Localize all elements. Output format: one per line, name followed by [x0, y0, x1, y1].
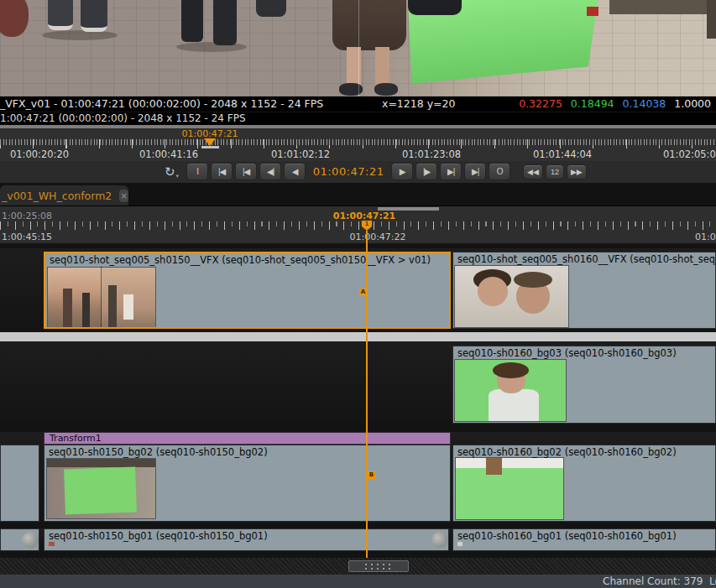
play-button[interactable]: ▶ [391, 163, 413, 180]
step-back-button[interactable]: ◀| [259, 163, 281, 180]
sequence-tab-label: _v001_WH_conform2 [2, 190, 112, 202]
ruler-tick-label: 01:01:02:12 [271, 148, 330, 160]
viewer-figure [0, 0, 29, 37]
loop-icon: ↻ [165, 164, 175, 180]
ruler-tick-label: 01:00:47:22 [349, 232, 405, 242]
viewer-dark-object [408, 0, 462, 15]
viewer-leg [181, 0, 203, 42]
transition-icon [431, 532, 448, 549]
clip-thumbnail [456, 458, 563, 519]
viewer-info-bar-2: 1:00:47:21 (00:00:02:00) - 2048 x 1152 -… [0, 112, 716, 125]
viewer-canvas[interactable] [0, 0, 716, 96]
clip-label: seq010-shot_seq005_sh0150__VFX (seq010-s… [50, 254, 431, 266]
mark-in-button[interactable]: I [186, 163, 208, 180]
current-timecode-display[interactable]: 01:00:47:21 [308, 165, 389, 178]
clip-label: seq010-sh0160_bg03 (seq010-sh0160_bg03) [457, 347, 677, 359]
ruler-tick-label: 01:00:20:20 [10, 148, 69, 160]
close-icon[interactable]: × [119, 190, 128, 202]
viewer-shoe [81, 0, 107, 32]
clip-stub-left[interactable] [0, 445, 39, 522]
step-frames-value[interactable]: 12 [546, 164, 564, 180]
sequence-tab[interactable]: _v001_WH_conform2 × [0, 185, 128, 206]
player-playhead-marker[interactable] [204, 138, 216, 146]
timeline-ruler[interactable]: 1:00:25:08 01:00:47:21 1 1:00:45:15 01:0… [0, 206, 716, 243]
viewer-edge [707, 0, 716, 39]
clip-sh0160-vfx[interactable]: seq010-shot_seq005_sh0160__VFX (seq010-s… [452, 252, 716, 329]
player-ruler-labels: 01:00:20:20 01:00:41:16 01:01:02:12 01:0… [0, 148, 716, 160]
clip-label: seq010-shot_seq005_sh0160__VFX (seq010-s… [457, 253, 716, 265]
channel-count-text: Channel Count: 379 Loc [603, 575, 716, 588]
player-range-bar [201, 146, 219, 148]
transition-icon [22, 532, 39, 549]
clip-sh0150-vfx[interactable]: seq010-shot_seq005_sh0150__VFX (seq010-s… [44, 252, 451, 329]
play-reverse-button[interactable]: ◀ [284, 163, 306, 180]
player-timeline-ruler[interactable]: 01:00:47:21 01:00:20:20 01:00:41:16 01:0… [0, 128, 716, 161]
ruler-tick-label: 1:00:45:15 [2, 232, 52, 242]
hscrollbar-thumb[interactable] [348, 560, 409, 572]
clip-stub-left-audio[interactable] [0, 528, 39, 551]
clip-thumbnail [48, 268, 102, 327]
timeline-focus-bar[interactable] [0, 332, 716, 341]
clip-sh0160-bg01[interactable]: seq010-sh0160_bg01 (seq010-sh0160_bg01) [452, 528, 716, 551]
pixel-green-value: 0.18494 [571, 96, 614, 112]
jog-back-button[interactable]: ◀◀ [523, 164, 543, 180]
transport-controls: ↻ ▾ I |◀ |◀ ◀| ◀ 01:00:47:21 ▶ |▶ ▶| ▶| … [165, 163, 587, 180]
track-b-badge: B [368, 471, 375, 479]
ruler-tick-label: 01:02:05:00 [663, 148, 716, 160]
next-edit-button[interactable]: ▶| [440, 163, 462, 180]
ruler-bottom-labels: 1:00:45:15 01:00:47:22 01:00 [0, 232, 716, 243]
playhead-line[interactable] [366, 231, 368, 558]
ruler-start-timecode: 1:00:25:08 [2, 211, 52, 221]
clip-sh0160-bg03[interactable]: seq010-sh0160_bg03 (seq010-sh0160_bg03) [452, 346, 716, 424]
clip-thumbnail [102, 268, 155, 327]
mark-out-button[interactable]: O [489, 163, 510, 180]
viewer-step [609, 0, 716, 14]
play-from-button[interactable]: |▶ [415, 163, 437, 180]
clip-info-text-2: 1:00:47:21 (00:00:02:00) - 2048 x 1152 -… [0, 112, 246, 124]
clip-sh0150-bg02[interactable]: seq010-sh0150_bg02 (seq010-sh0150_bg02) [44, 445, 451, 522]
viewer-shoe [48, 0, 73, 30]
jog-forward-button[interactable]: ▶▶ [567, 164, 587, 180]
clip-flag-icon [49, 542, 55, 546]
viewer-shadow [176, 42, 247, 52]
timeline-hscrollbar[interactable] [0, 558, 716, 575]
viewer-leg [213, 0, 237, 45]
timeline-tracks: seq010-shot_seq005_sh0150__VFX (seq010-s… [0, 243, 716, 558]
clip-label: seq010-sh0160_bg01 (seq010-sh0160_bg01) [457, 530, 677, 542]
viewer-wipe-seam [358, 0, 359, 96]
clip-label: seq010-sh0160_bg02 (seq010-sh0160_bg02) [457, 446, 677, 458]
clip-flag-icon [457, 542, 463, 546]
transport-bar: ↻ ▾ I |◀ |◀ ◀| ◀ 01:00:47:21 ▶ |▶ ▶| ▶| … [0, 161, 716, 183]
clip-thumbnail [455, 266, 568, 327]
go-to-start-button[interactable]: |◀ [211, 163, 233, 180]
ruler-tick-label: 01:01:23:08 [402, 148, 461, 160]
clip-sh0150-bg01[interactable]: seq010-sh0150_bg01 (seq010-sh0150_bg01) [44, 528, 449, 551]
viewer-info-bar: _VFX_v01 - 01:00:47:21 (00:00:02:00) - 2… [0, 96, 716, 112]
flame-timeline-window: _VFX_v01 - 01:00:47:21 (00:00:02:00) - 2… [0, 0, 716, 588]
timeline-playhead-timecode: 01:00:47:21 [333, 211, 395, 221]
viewer-shadow [42, 30, 118, 40]
ruler-tick-label: 01:00 [695, 232, 716, 242]
clip-label: seq010-sh0150_bg02 (seq010-sh0150_bg02) [49, 446, 268, 458]
pixel-rgba-readout: 0.32275 0.18494 0.14038 1.0000 [519, 96, 711, 112]
transform-effect-bar[interactable]: Transform1 [44, 432, 451, 445]
player-ruler-ticks [0, 139, 716, 148]
loop-mode-button[interactable]: ↻ ▾ [165, 164, 179, 180]
ruler-tick-label: 01:01:44:04 [533, 148, 592, 160]
pixel-blue-value: 0.14038 [623, 96, 666, 112]
cursor-coords: x=1218 y=20 [382, 96, 455, 112]
track-a-badge: A [359, 289, 367, 296]
pixel-red-value: 0.32275 [519, 96, 562, 112]
pixel-alpha-value: 1.0000 [674, 96, 711, 112]
viewer-feet [256, 0, 286, 17]
previous-edit-button[interactable]: |◀ [235, 163, 257, 180]
clip-label: seq010-sh0150_bg01 (seq010-sh0150_bg01) [49, 530, 268, 542]
clip-sh0160-bg02[interactable]: seq010-sh0160_bg02 (seq010-sh0160_bg02) [452, 445, 716, 522]
sequence-tab-bar: _v001_WH_conform2 × [0, 183, 716, 206]
ruler-tick-label: 01:00:41:16 [139, 148, 198, 160]
go-to-end-button[interactable]: ▶| [464, 163, 486, 180]
viewer-child-leg [375, 47, 389, 86]
viewer-child-shorts [332, 0, 406, 50]
clip-thumbnail [47, 459, 155, 518]
viewer-red-marker [587, 7, 598, 16]
